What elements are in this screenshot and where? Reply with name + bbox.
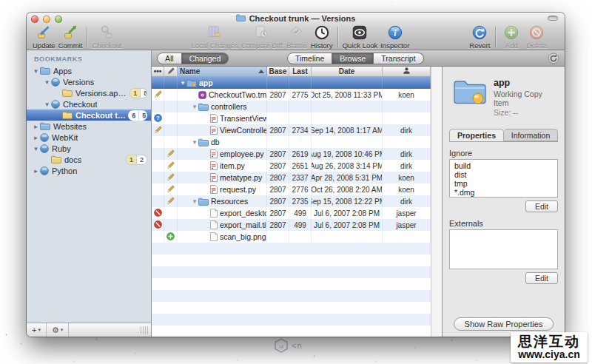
folderblue-icon [40,67,50,75]
inspector-subtitle: Working Copy Item [494,90,557,107]
table-row-employee-py[interactable]: employee.py28072619Aug 19, 2008 10:46 PM… [152,148,431,160]
sidebar-item-python[interactable]: ▸Python [27,165,151,176]
table-row-request-py[interactable]: request.py28072776Oct 26, 2008 2:20 AMko… [152,183,431,195]
disclosure-triangle-icon[interactable]: ▾ [32,67,40,75]
author-column-header[interactable] [383,67,431,76]
inspector-icon: i [387,24,403,41]
toolbar-button-commit[interactable]: Commit [57,24,84,50]
name-cell: ▾db [178,136,267,148]
table-row-scan-big-png[interactable]: scan_big.png [152,231,431,243]
disclosure-triangle-icon[interactable]: ▸ [32,134,40,141]
sidebar-resize-grip[interactable] [141,326,148,334]
table-row-export-mail-tif[interactable]: export_mail.tif2807499Jul 6, 2007 2:08 P… [152,219,431,231]
toolbar-button-update[interactable]: Update [31,24,57,50]
segment-all[interactable]: All [157,53,182,64]
last-revision-cell: 2337 [289,172,312,183]
pyfile-icon [210,114,218,123]
base-revision-cell [267,112,289,124]
disclosure-triangle-icon[interactable]: ▾ [32,145,40,152]
disclosure-triangle-icon[interactable]: ▾ [179,79,186,87]
disclosure-triangle-icon[interactable]: ▾ [43,101,51,108]
disclosure-triangle-icon[interactable]: ▸ [32,123,40,130]
toolbar-button-revert[interactable]: Revert [467,24,492,50]
sidebar-item-versions[interactable]: ▾Versions [27,76,151,87]
folderblue-icon [40,122,50,130]
sidebar-item-label: Versions [63,78,94,87]
sidebar-item-ruby[interactable]: ▾Ruby [27,143,151,154]
table-row-export-deskto[interactable]: export_deskto...2807499Jul 6, 2007 2:08 … [152,207,431,219]
disclosure-triangle-icon[interactable]: ▸ [32,167,40,175]
local-status-cell [152,124,164,136]
disclosure-triangle-icon[interactable]: ▾ [191,103,198,110]
sidebar-item-apps[interactable]: ▾Apps [27,65,151,76]
local-status-cell [152,183,164,195]
tab-browse[interactable]: Browse [332,53,374,64]
edit-externals-button[interactable]: Edit [525,272,558,284]
disclosure-triangle-icon[interactable]: ▾ [191,198,198,205]
toolbar-button-blame: Blame [284,24,309,50]
add-icon [503,24,519,41]
table-row-controllers[interactable]: ▾controllers [152,101,431,112]
tab-transcript[interactable]: Transcript [374,53,423,64]
table-row-db[interactable]: ▾db [152,136,431,148]
sidebar-item-websites[interactable]: ▸Websites [27,121,151,132]
table-row-item-py[interactable]: item.py28072651Aug 26, 2008 3:14 PMdirk [152,160,431,172]
sidebar-item-docs[interactable]: docs12 [27,154,151,165]
wallpaper-logo-text: <n [292,341,303,350]
table-row-viewcontroller-py[interactable]: ViewController.py28072734Sep 14, 2008 1:… [152,124,431,136]
name-cell: item.py [178,160,267,172]
action-menu-button[interactable]: ⚙ ▾ [47,323,69,337]
inspector-header: app Working Copy Item Size: -- [443,67,565,120]
edit-ignore-button[interactable]: Edit [525,200,558,212]
tab-timeline[interactable]: Timeline [287,53,332,64]
name-cell: ViewController.py [178,124,267,136]
refresh-button[interactable] [548,53,559,64]
date-cell [312,101,383,112]
segment-changed[interactable]: Changed [182,53,229,64]
show-raw-properties-button[interactable]: Show Raw Properties [454,317,554,331]
inspector-panel: app Working Copy Item Size: -- Propertie… [442,67,565,337]
date-column-header[interactable]: Date [312,67,383,76]
last-column-header[interactable]: Last [289,67,312,76]
table-row-resources[interactable]: ▾Resources28072735Sep 15, 2008 12:22 PMd… [152,195,431,207]
toolbar-button-history[interactable]: History [309,24,334,50]
remote-status-cell [164,183,178,195]
table-row-checkouttwo-tmproj[interactable]: CheckoutTwo.tmproj28072775Oct 25, 2008 1… [152,89,431,101]
table-row-app[interactable]: ▾app [152,77,431,89]
inspector-tab-information[interactable]: Information [504,129,558,141]
toolbar-button-quick-look[interactable]: Quick Look [341,24,380,50]
remote-status-cell [164,136,178,148]
name-column-header[interactable]: Name [178,67,267,76]
folderapp-icon [186,79,197,87]
add-bookmark-button[interactable]: + ▾ [27,323,47,337]
sidebar-item-checkout[interactable]: ▾Checkout [27,98,151,109]
externals-list[interactable] [449,229,558,269]
toolbar-button-label: Checkout [92,41,121,50]
name-cell: ▾Resources [178,195,267,207]
sidebar-item-versions-app-trunk[interactable]: Versions.app trunk18 [27,87,151,98]
titlebar[interactable]: Checkout trunk — Versions [27,13,565,24]
table-scrollbar[interactable] [431,67,442,337]
toolbar-button-inspector[interactable]: iInspector [379,24,411,50]
table-row-transientview[interactable]: ?TransientView... [152,112,431,124]
toolbar-toggle-pill[interactable] [548,16,558,21]
base-column-header[interactable]: Base [267,67,289,76]
name-cell: export_mail.tif [178,219,267,231]
base-revision-cell: 2807 [267,172,289,183]
ignore-list[interactable]: builddisttmp*.dmg [449,159,558,198]
badge-right-count: 8 [140,89,147,98]
local-status-column-header[interactable]: ••• [152,67,164,76]
pyfile-icon [210,161,218,170]
file-name-label: metatype.py [220,173,262,182]
sidebar-item-webkit[interactable]: ▸WebKit [27,132,151,143]
sidebar-item-checkout-trunk[interactable]: Checkout trunk65 [27,109,151,121]
inspector-title: app [494,78,557,88]
remote-status-column-header[interactable] [164,67,178,76]
last-revision-cell [289,136,312,148]
disclosure-triangle-icon[interactable]: ▾ [191,138,198,146]
disclosure-triangle-icon[interactable]: ▾ [43,78,51,86]
table-row-metatype-py[interactable]: metatype.py28072337Apr 28, 2008 5:31 PMk… [152,172,431,183]
inspector-tab-properties[interactable]: Properties [449,129,504,141]
plus-icon: + [32,326,36,334]
file-icon [210,209,218,218]
